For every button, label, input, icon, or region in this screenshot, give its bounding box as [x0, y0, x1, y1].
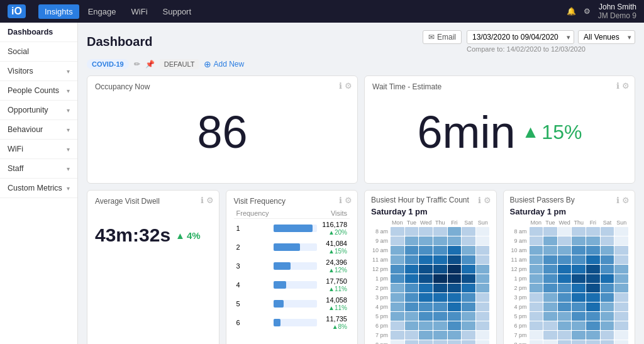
edit-tab-icon[interactable]: ✏	[134, 60, 140, 69]
sidebar-item-wifi[interactable]: WiFi ▾	[0, 140, 77, 159]
nav-insights[interactable]: Insights	[38, 4, 79, 19]
add-new-button[interactable]: ⊕ Add New	[204, 59, 244, 69]
heatmap-cell	[558, 236, 572, 245]
heatmap-cell	[543, 284, 557, 292]
sidebar-item-staff[interactable]: Staff ▾	[0, 159, 77, 179]
date-range-select[interactable]: 13/03/2020 to 09/04/2020	[467, 30, 574, 44]
heatmap-cell	[614, 284, 628, 292]
heatmap-hour-label: 3 pm	[510, 293, 529, 302]
heatmap-day-header: Sat	[462, 219, 475, 226]
heatmap-hour-label: 4 pm	[371, 302, 390, 311]
heatmap-cell	[530, 284, 543, 292]
info-icon[interactable]: ℹ	[339, 196, 342, 205]
heatmap-cell	[462, 284, 475, 292]
user-info: John Smith JM Demo 9	[598, 3, 636, 20]
heatmap-cell	[586, 255, 600, 264]
occupancy-icons: ℹ ⚙	[339, 81, 352, 91]
info-icon[interactable]: ℹ	[201, 196, 204, 205]
settings-icon[interactable]: ⚙	[622, 81, 630, 91]
heatmap-cell	[543, 265, 557, 274]
settings-icon[interactable]: ⚙	[484, 196, 491, 205]
heatmap-cell	[476, 293, 490, 302]
heatmap-cell	[391, 321, 404, 330]
nav-wifi[interactable]: WiFi	[125, 4, 154, 19]
heatmap-cell	[558, 302, 572, 311]
heatmap-cell	[419, 227, 433, 236]
sidebar-item-social[interactable]: Social	[0, 42, 77, 62]
heatmap-cell	[433, 340, 447, 344]
sidebar-item-custom-metrics[interactable]: Custom Metrics ▾	[0, 179, 77, 198]
heatmap-cell	[476, 255, 490, 264]
heatmap-cell	[419, 265, 433, 274]
heatmap-hour-label: 9 am	[371, 236, 390, 245]
sidebar-item-behaviour[interactable]: Behaviour ▾	[0, 120, 77, 140]
bell-icon[interactable]: 🔔	[567, 7, 576, 16]
freq-rank: 5	[234, 294, 272, 313]
info-icon[interactable]: ℹ	[339, 81, 342, 91]
table-row: 1 116,178 ▲20%	[234, 219, 350, 238]
heatmap-cell	[476, 302, 490, 311]
settings-icon[interactable]: ⚙	[345, 81, 352, 91]
heatmap-cell	[530, 293, 543, 302]
heatmap-cell	[601, 321, 614, 330]
wait-time-value-row: 6min ▲ 15%	[372, 94, 627, 177]
heatmap-cell	[419, 293, 433, 302]
avg-dwell-widget: Average Visit Dwell ℹ ⚙ 43m:32s ▲ 4%	[87, 190, 219, 344]
busiest-passers-icons: ℹ ⚙	[616, 196, 630, 205]
heatmap-cell	[601, 331, 614, 340]
table-row: 4 17,750 ▲11%	[234, 275, 350, 294]
dashboard-tabs: COVID-19 ✏ 📌 DEFAULT ⊕ Add New	[87, 59, 635, 69]
venue-select[interactable]: All Venues	[578, 30, 635, 44]
tab-covid[interactable]: COVID-19	[87, 59, 129, 69]
info-icon[interactable]: ℹ	[616, 81, 619, 91]
pin-icon: 📌	[145, 60, 155, 69]
heatmap-cell	[448, 302, 462, 311]
heatmap-cell	[558, 340, 572, 344]
freq-rank: 4	[234, 275, 272, 294]
settings-icon[interactable]: ⚙	[622, 196, 630, 205]
heatmap-cell	[543, 340, 557, 344]
heatmap-day-header: Fri	[586, 219, 600, 226]
chevron-down-icon: ▾	[67, 68, 70, 75]
nav-engage[interactable]: Engage	[82, 4, 123, 19]
heatmap-cell	[476, 265, 490, 274]
info-icon[interactable]: ℹ	[616, 196, 619, 205]
sidebar-item-people-counts[interactable]: People Counts ▾	[0, 81, 77, 101]
heatmap-cell	[462, 236, 475, 245]
heatmap-cell	[391, 293, 404, 302]
email-button[interactable]: ✉ Email	[423, 30, 462, 44]
top-navigation: iO Insights Engage WiFi Support 🔔 ⚙ John…	[0, 0, 644, 23]
visit-freq-widget: Visit Frequency ℹ ⚙ Frequency Visits 1	[226, 190, 358, 344]
heatmap-empty-header	[371, 219, 390, 226]
heatmap-cell	[614, 340, 628, 344]
gear-icon[interactable]: ⚙	[584, 7, 591, 16]
heatmap-hour-label: 11 am	[510, 255, 529, 264]
settings-icon[interactable]: ⚙	[345, 196, 352, 205]
heatmap-cell	[419, 284, 433, 292]
bottom-widget-row: Average Visit Dwell ℹ ⚙ 43m:32s ▲ 4% Vis…	[87, 190, 635, 344]
heatmap-cell	[391, 312, 404, 321]
info-icon[interactable]: ℹ	[478, 196, 481, 205]
heatmap-day-header: Wed	[419, 219, 433, 226]
heatmap-empty-header	[510, 219, 529, 226]
heatmap-cell	[419, 331, 433, 340]
heatmap-cell	[558, 331, 572, 340]
nav-support[interactable]: Support	[157, 4, 198, 19]
avg-dwell-title: Average Visit Dwell	[95, 197, 211, 206]
visits-col-header: Visits	[319, 208, 350, 219]
arrow-up-icon: ▲	[522, 122, 540, 142]
heatmap-cell	[530, 312, 543, 321]
dwell-time: 43m:32s	[95, 225, 170, 246]
heatmap-cell	[586, 246, 600, 255]
heatmap-hour-label: 2 pm	[371, 284, 390, 292]
sidebar-item-dashboards[interactable]: Dashboards	[0, 23, 77, 42]
busiest-hour-subtitle: Saturday 1 pm	[371, 207, 490, 216]
sidebar-item-opportunity[interactable]: Opportunity ▾	[0, 101, 77, 120]
heatmap-cell	[391, 284, 404, 292]
heatmap-cell	[405, 284, 419, 292]
heatmap-cell	[405, 236, 419, 245]
settings-icon[interactable]: ⚙	[206, 196, 214, 205]
sidebar-item-visitors[interactable]: Visitors ▾	[0, 62, 77, 81]
table-row: 6 11,735 ▲8%	[234, 313, 350, 332]
heatmap-cell	[433, 302, 447, 311]
